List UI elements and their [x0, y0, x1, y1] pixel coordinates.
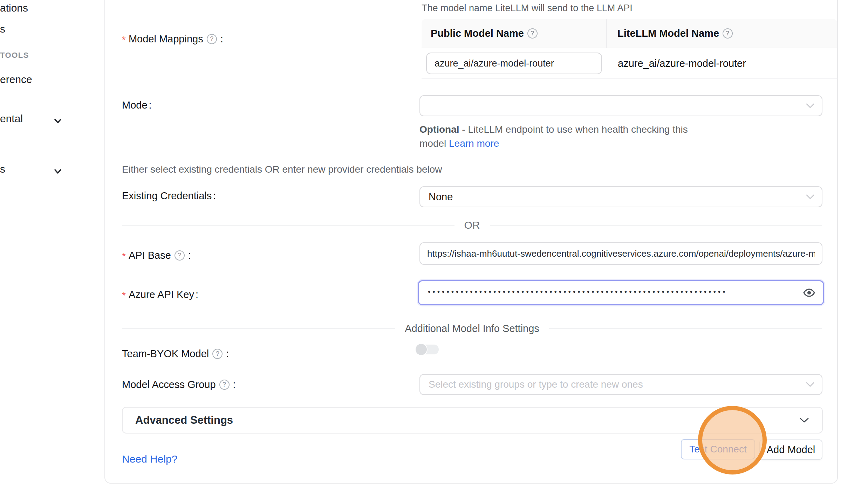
- chevron-down-icon: [53, 166, 63, 176]
- existing-credentials-label: Existing Credentials:: [122, 190, 216, 202]
- team-byok-toggle[interactable]: [416, 344, 439, 355]
- public-model-name-header: Public Model Name ?: [422, 19, 606, 48]
- mode-helper-text: Optional - LiteLLM endpoint to use when …: [419, 123, 711, 151]
- chevron-down-icon: [806, 103, 815, 109]
- model-access-group-select[interactable]: Select existing groups or type to create…: [419, 374, 822, 395]
- mode-select[interactable]: [419, 95, 822, 116]
- sidebar-item-organizations[interactable]: ations: [0, 2, 28, 14]
- advanced-settings-panel[interactable]: Advanced Settings: [122, 407, 823, 434]
- sidebar-section-tools: TOOLS: [0, 51, 29, 60]
- eye-icon[interactable]: [803, 286, 815, 299]
- required-asterisk: *: [122, 290, 126, 301]
- model-mappings-label: * Model Mappings ? :: [122, 32, 223, 46]
- existing-credentials-value: None: [429, 191, 453, 203]
- question-circle-icon[interactable]: ?: [212, 349, 223, 359]
- model-access-group-placeholder: Select existing groups or type to create…: [429, 379, 643, 390]
- chevron-down-icon: [806, 194, 815, 200]
- sidebar-item-settings[interactable]: s: [0, 163, 5, 175]
- or-divider: OR: [122, 219, 822, 231]
- required-asterisk: *: [122, 34, 126, 46]
- question-circle-icon[interactable]: ?: [175, 250, 185, 261]
- learn-more-link[interactable]: Learn more: [449, 138, 499, 149]
- masked-password-value: ••••••••••••••••••••••••••••••••••••••••…: [428, 287, 803, 296]
- add-model-page: ations s TOOLS erence ental s The model …: [0, 0, 868, 485]
- model-access-group-label: Model Access Group ? :: [122, 379, 236, 390]
- question-circle-icon[interactable]: ?: [723, 28, 733, 39]
- required-asterisk: *: [122, 251, 126, 262]
- question-circle-icon[interactable]: ?: [207, 34, 217, 44]
- need-help-link[interactable]: Need Help?: [122, 453, 177, 465]
- additional-info-divider-text: Additional Model Info Settings: [395, 323, 549, 334]
- model-mappings-table: Public Model Name ? LiteLLM Model Name ?…: [422, 19, 837, 79]
- add-model-button[interactable]: Add Model: [759, 439, 822, 460]
- existing-credentials-select[interactable]: None: [419, 186, 822, 207]
- chevron-down-icon: [806, 382, 815, 387]
- chevron-down-icon: [799, 417, 809, 423]
- test-connect-button[interactable]: Test Connect: [681, 439, 755, 459]
- additional-info-divider: Additional Model Info Settings: [122, 323, 822, 334]
- sidebar-item-inference[interactable]: erence: [0, 74, 32, 85]
- azure-api-key-input[interactable]: ••••••••••••••••••••••••••••••••••••••••…: [418, 280, 824, 305]
- table-row: azure_ai/azure-model-router: [422, 48, 837, 79]
- azure-api-key-label: * Azure API Key :: [122, 288, 198, 301]
- api-base-label: * API Base ? :: [122, 249, 191, 262]
- sidebar-item-models[interactable]: s: [0, 23, 5, 35]
- credentials-note: Either select existing credentials OR en…: [122, 164, 442, 175]
- litellm-model-name-header: LiteLLM Model Name ?: [606, 19, 837, 48]
- public-model-name-input[interactable]: [426, 53, 602, 74]
- advanced-settings-title: Advanced Settings: [135, 414, 233, 427]
- litellm-model-name-value: azure_ai/azure-model-router: [602, 58, 746, 69]
- model-name-help-text: The model name LiteLLM will send to the …: [422, 3, 633, 14]
- mode-label: Mode:: [122, 99, 152, 111]
- chevron-down-icon: [53, 116, 63, 126]
- table-header: Public Model Name ? LiteLLM Model Name ?: [422, 19, 837, 48]
- team-byok-label: Team-BYOK Model ? :: [122, 348, 229, 360]
- or-divider-text: OR: [454, 219, 490, 231]
- question-circle-icon[interactable]: ?: [219, 380, 230, 390]
- question-circle-icon[interactable]: ?: [527, 28, 538, 39]
- api-base-input[interactable]: [419, 242, 822, 265]
- sidebar-item-experimental[interactable]: ental: [0, 113, 23, 125]
